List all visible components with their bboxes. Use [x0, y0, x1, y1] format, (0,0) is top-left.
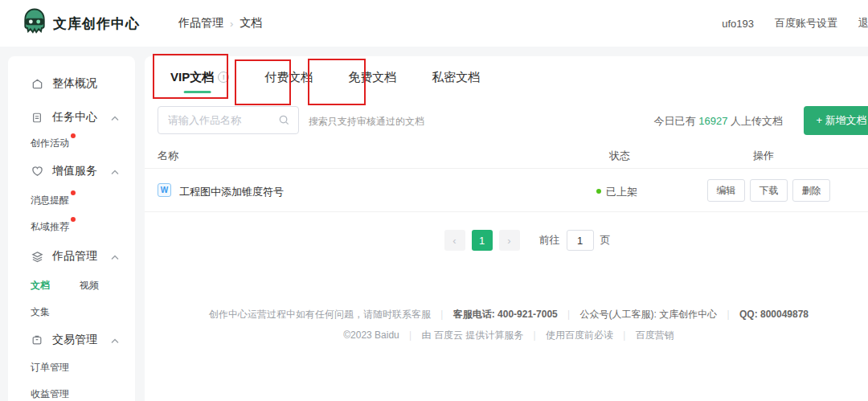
delete-button[interactable]: 删除 — [792, 179, 830, 202]
logout-link[interactable]: 退出 — [858, 16, 868, 31]
footer-line1: 创作中心运营过程中如有任何问题，请随时联系客服｜客服电话: 400-921-70… — [145, 304, 868, 325]
tab-label: VIP文档 — [170, 70, 214, 85]
sidebar-item-label: 任务中心 — [52, 110, 97, 125]
tasks-icon — [31, 111, 43, 124]
search-hint: 搜索只支持审核通过的文档 — [309, 115, 424, 129]
app-window: 文库创作中心 作品管理 › 文档 ufo193 百度账号设置 退出 整体概况 任… — [0, 0, 868, 401]
sidebar-item-creation-activity[interactable]: 创作活动 — [31, 137, 69, 150]
sidebar-item-message-remind[interactable]: 消息提醒 — [31, 194, 69, 207]
tab-free-docs[interactable]: 免费文档 — [348, 56, 396, 98]
sidebar-item-private-recommend[interactable]: 私域推荐 — [31, 220, 69, 234]
next-page-button[interactable]: › — [499, 230, 520, 251]
sidebar-subgroup: 文档 视频 文集 — [8, 279, 135, 319]
column-status: 状态 — [609, 149, 630, 163]
table-row: W 工程图中添加锥度符号 已上架 编辑 下载 删除 — [145, 169, 868, 212]
layers-icon — [31, 250, 43, 263]
footer-qq: QQ: 800049878 — [739, 309, 809, 320]
download-button[interactable]: 下载 — [750, 179, 788, 202]
main-content: VIP文档 ! 付费文档 免费文档 私密文档 搜索只支持审核通过的文档 今日已有… — [145, 56, 868, 401]
tab-label: 付费文档 — [264, 70, 313, 85]
footer-copyright: ©2023 Baidu — [343, 329, 399, 341]
status-badge: 已上架 — [606, 185, 637, 199]
toolbar: 搜索只支持审核通过的文档 今日已有 16927 人上传文档 + 新增文档 — [158, 106, 868, 135]
username[interactable]: ufo193 — [722, 18, 754, 30]
sidebar-subgroup: 订单管理 收益管理 — [8, 361, 135, 401]
status-dot-icon — [596, 189, 601, 194]
prev-page-button[interactable]: ‹ — [444, 230, 465, 251]
tab-label: 私密文档 — [432, 70, 480, 85]
octopus-mascot-icon — [23, 8, 47, 39]
breadcrumb-current: 文档 — [240, 16, 262, 31]
page-number-input[interactable] — [567, 230, 594, 251]
current-page-button[interactable]: 1 — [472, 230, 493, 251]
tab-private-docs[interactable]: 私密文档 — [432, 56, 480, 98]
sidebar-item-label: 整体概况 — [52, 76, 97, 91]
tab-vip-docs[interactable]: VIP文档 ! — [170, 56, 229, 98]
tab-paid-docs[interactable]: 付费文档 — [264, 56, 313, 98]
sidebar: 整体概况 任务中心 创作活动 增值服务 消息提醒 私域推荐 — [8, 56, 135, 401]
sidebar-subgroup: 创作活动 — [8, 137, 135, 150]
footer-marketing-link[interactable]: 百度营销 — [636, 329, 674, 341]
footer-separator: ｜ — [564, 309, 574, 320]
docs-table: 名称 状态 操作 W 工程图中添加锥度符号 已上架 编辑 下载 删除 — [145, 141, 868, 212]
orders-icon — [31, 333, 43, 346]
chevron-up-icon[interactable] — [111, 333, 119, 346]
upload-stat: 今日已有 16927 人上传文档 — [654, 114, 783, 129]
new-doc-button[interactable]: + 新增文档 — [804, 106, 868, 135]
search-box — [158, 106, 299, 134]
breadcrumb: 作品管理 › 文档 — [178, 16, 262, 31]
search-input[interactable] — [158, 107, 271, 133]
sidebar-item-videos[interactable]: 视频 — [80, 279, 99, 293]
footer-separator: ｜ — [723, 309, 733, 320]
stat-count: 16927 — [698, 115, 727, 127]
footer-separator: ｜ — [406, 329, 416, 341]
footer-line2: ©2023 Baidu｜由 百度云 提供计算服务｜使用百度前必读｜百度营销 — [145, 325, 868, 346]
chevron-up-icon[interactable] — [111, 250, 119, 263]
sidebar-item-value-added[interactable]: 增值服务 — [8, 162, 135, 181]
footer-readme-link[interactable]: 使用百度前必读 — [546, 329, 613, 341]
search-icon[interactable] — [278, 114, 290, 129]
chevron-up-icon[interactable] — [111, 165, 119, 178]
footer-cloud: 由 百度云 提供计算服务 — [422, 329, 524, 341]
sidebar-item-revenue-management[interactable]: 收益管理 — [31, 387, 69, 401]
sidebar-item-trade-management[interactable]: 交易管理 — [8, 330, 135, 350]
footer-wechat: 公众号(人工客服): 文库创作中心 — [580, 309, 718, 320]
page-unit-label: 页 — [600, 233, 611, 248]
sidebar-item-overview[interactable]: 整体概况 — [8, 74, 135, 93]
word-doc-icon: W — [158, 183, 171, 197]
sidebar-item-task-center[interactable]: 任务中心 — [8, 108, 135, 127]
footer-help-text: 创作中心运营过程中如有任何问题，请随时联系客服 — [209, 309, 431, 320]
page-footer: 创作中心运营过程中如有任何问题，请随时联系客服｜客服电话: 400-921-70… — [145, 304, 868, 346]
stat-suffix: 人上传文档 — [727, 115, 783, 127]
sidebar-item-label: 交易管理 — [52, 333, 97, 347]
column-name: 名称 — [158, 149, 178, 163]
edit-button[interactable]: 编辑 — [707, 179, 745, 202]
chevron-up-icon[interactable] — [111, 111, 119, 124]
goto-label: 前往 — [539, 233, 560, 248]
sidebar-item-label: 增值服务 — [52, 164, 97, 178]
footer-separator: ｜ — [620, 329, 629, 341]
pagination: ‹ 1 › 前往 页 — [145, 230, 868, 251]
info-icon[interactable]: ! — [218, 72, 229, 83]
footer-separator: ｜ — [437, 309, 447, 320]
sidebar-item-documents[interactable]: 文档 — [31, 279, 50, 293]
sidebar-item-works-management[interactable]: 作品管理 — [8, 247, 135, 266]
account-settings-link[interactable]: 百度账号设置 — [775, 16, 837, 31]
footer-separator: ｜ — [530, 329, 539, 341]
sidebar-item-order-management[interactable]: 订单管理 — [31, 361, 69, 374]
doc-type-tabs: VIP文档 ! 付费文档 免费文档 私密文档 — [145, 56, 868, 98]
breadcrumb-separator-icon: › — [230, 18, 233, 30]
heart-icon — [31, 165, 43, 178]
goto-page: 前往 页 — [539, 230, 611, 251]
table-header: 名称 状态 操作 — [145, 141, 868, 169]
breadcrumb-parent[interactable]: 作品管理 — [178, 16, 223, 31]
footer-hotline: 客服电话: 400-921-7005 — [453, 309, 558, 320]
sidebar-subgroup: 消息提醒 私域推荐 — [8, 194, 135, 234]
tab-label: 免费文档 — [348, 70, 396, 85]
top-header: 文库创作中心 作品管理 › 文档 ufo193 百度账号设置 退出 — [0, 0, 868, 47]
sidebar-item-collections[interactable]: 文集 — [31, 305, 127, 319]
app-logo[interactable]: 文库创作中心 — [23, 8, 140, 39]
doc-title-link[interactable]: 工程图中添加锥度符号 — [179, 185, 284, 199]
sidebar-item-label: 作品管理 — [52, 249, 97, 264]
header-actions: ufo193 百度账号设置 退出 — [722, 16, 868, 31]
